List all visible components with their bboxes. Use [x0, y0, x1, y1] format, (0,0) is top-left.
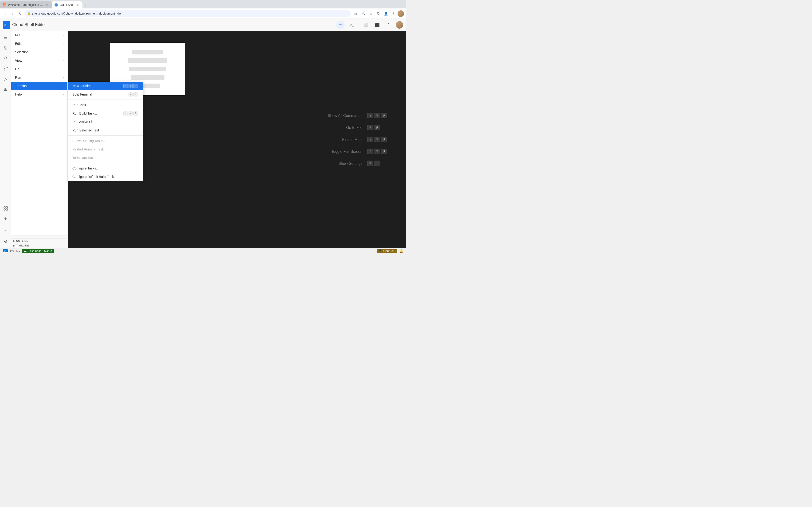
timeline-label: TIMELINE	[16, 244, 29, 247]
terminal-submenu: New Terminal ⌃ ⇧ ` Split Terminal ⌘ \	[68, 82, 143, 181]
shortcut-keys-3: ⇧ ⌘ F	[367, 137, 387, 142]
tab-close-welcome[interactable]: ×	[45, 3, 49, 7]
submenu-run-build-task[interactable]: Run Build Task... ⇧ ⌘ B	[68, 109, 143, 118]
skeleton-4	[131, 75, 164, 80]
menu-help-arrow: ›	[63, 93, 64, 96]
submenu-configure-tasks-label: Configure Tasks...	[72, 166, 138, 170]
activity-explorer[interactable]: ⎘	[1, 43, 10, 53]
submenu-new-terminal[interactable]: New Terminal ⌃ ⇧ `	[68, 82, 143, 90]
shortcut-keys-2: ⌘ P	[367, 125, 380, 130]
shortcut-row-1: Show All Commands ⇧ ⌘ P	[315, 113, 387, 118]
browser-chrome: Welcome – lab-project-id-e... × Cloud Sh…	[0, 0, 406, 19]
notification-bell[interactable]: 🔔	[399, 249, 403, 253]
status-left: ⇄ ⊗ 0 ⚠ 0 ☁ Cloud Code – Sign in	[3, 249, 54, 253]
outline-chevron: ▶	[13, 240, 15, 242]
more-icon[interactable]: ⋮	[390, 10, 397, 17]
menu-file[interactable]: File ›	[11, 31, 67, 40]
new-tab-button[interactable]: +	[83, 2, 89, 8]
split-button[interactable]: ⬛	[373, 21, 382, 29]
submenu-split-terminal-label: Split Terminal	[72, 93, 129, 96]
layout-flag-icon: 🏴	[378, 249, 382, 252]
nav-refresh-button[interactable]: ↻	[17, 10, 23, 17]
menu-go[interactable]: Go ›	[11, 65, 67, 73]
browser-tab-cloudshell[interactable]: Cloud Shell ×	[52, 1, 83, 8]
submenu-run-selected-text[interactable]: Run Selected Text	[68, 126, 143, 134]
shortcut-keys-5: ⌘ ,	[367, 161, 380, 166]
cast-icon[interactable]: ⊡	[352, 10, 359, 17]
menu-help[interactable]: Help ›	[11, 90, 67, 99]
tab-close-cloudshell[interactable]: ×	[76, 3, 80, 7]
activity-more[interactable]: …	[1, 224, 10, 234]
header-divider	[359, 21, 359, 28]
header-more-button[interactable]: ⋮	[385, 21, 393, 29]
shortcut-key-f: F	[381, 137, 387, 142]
zoom-icon[interactable]: 🔍	[360, 10, 366, 17]
menu-terminal-arrow: ›	[63, 84, 64, 88]
shortcut-label-1: Show All Commands	[315, 113, 362, 118]
shortcut-shift2: ⇧	[123, 111, 128, 115]
profile-avatar[interactable]	[398, 10, 404, 17]
submenu-run-build-task-shortcut: ⇧ ⌘ B	[123, 111, 138, 115]
shortcut-key-p2: P	[374, 125, 380, 130]
shortcut-key-cmd5: ⌘	[367, 161, 373, 166]
activity-gemini[interactable]: ✦	[1, 214, 10, 223]
menu-view[interactable]: View ›	[11, 56, 67, 65]
shortcut-ctrl: ⌃	[123, 84, 128, 88]
cloud-code-label: Cloud Code – Sign in	[28, 249, 52, 252]
tab-favicon-shell	[54, 3, 58, 7]
nav-back-button[interactable]: ‹	[2, 10, 8, 17]
toolbar-icons: ⊡ 🔍 ☆ ⧉ 👤 ⋮	[352, 10, 404, 17]
menu-go-arrow: ›	[63, 67, 64, 71]
account-icon[interactable]: 👤	[383, 10, 389, 17]
activity-settings[interactable]: ⚙	[1, 237, 10, 246]
submenu-configure-default-build-task[interactable]: Configure Default Build Task...	[68, 172, 143, 181]
submenu-run-active-file[interactable]: Run Active File	[68, 118, 143, 126]
svg-rect-5	[4, 207, 5, 208]
shortcut-label-2: Go to File	[315, 125, 362, 129]
menu-edit[interactable]: Edit ›	[11, 40, 67, 48]
tab-favicon-welcome	[3, 3, 6, 7]
nav-forward-button[interactable]: ›	[9, 10, 16, 17]
shortcut-backtick: `	[134, 84, 138, 88]
activity-menu[interactable]: ☰	[1, 33, 10, 42]
shortcut-backslash: \	[134, 93, 138, 97]
terminal-mode-button[interactable]: >_	[348, 21, 356, 29]
svg-point-2	[4, 67, 5, 68]
activity-cloud[interactable]	[1, 204, 10, 213]
outline-section[interactable]: ▶ OUTLINE	[11, 238, 67, 243]
extensions-icon[interactable]: ⧉	[375, 10, 382, 17]
shortcut-key-f2: F	[381, 149, 387, 154]
shortcut-keys-1: ⇧ ⌘ P	[367, 113, 387, 118]
submenu-configure-tasks[interactable]: Configure Tasks...	[68, 164, 143, 172]
header-avatar[interactable]	[396, 21, 403, 29]
activity-extensions[interactable]: ⊞	[1, 84, 10, 94]
submenu-split-terminal[interactable]: Split Terminal ⌘ \	[68, 90, 143, 99]
submenu-run-task[interactable]: Run Task...	[68, 101, 143, 109]
shortcut-cmd2: ⌘	[129, 111, 133, 115]
activity-run[interactable]: ▷	[1, 74, 10, 83]
shortcut-key-shift: ⇧	[367, 113, 373, 118]
bookmark-icon[interactable]: ☆	[367, 10, 374, 17]
cloud-code-button[interactable]: ☁ Cloud Code – Sign in	[22, 249, 54, 253]
browser-tab-welcome[interactable]: Welcome – lab-project-id-e... ×	[0, 1, 52, 8]
activity-search[interactable]	[1, 54, 10, 63]
activity-bar: ☰ ⎘ ▷ ⊞	[0, 31, 11, 248]
shortcut-shift: ⇧	[129, 84, 133, 88]
preview-button[interactable]: ⬜	[362, 21, 370, 29]
shortcut-cmd: ⌘	[129, 93, 133, 97]
tab-label-cloudshell: Cloud Shell	[60, 3, 74, 7]
app-logo[interactable]: ≻_ Cloud Shell Editor	[3, 21, 46, 29]
shortcut-label-5: Show Settings	[315, 161, 362, 165]
activity-source-control[interactable]	[1, 64, 10, 73]
svg-line-1	[6, 59, 7, 60]
shortcut-row-5: Show Settings ⌘ ,	[315, 161, 387, 166]
address-bar[interactable]: 🔒 shell.cloud.google.com/?show=ide&envir…	[24, 10, 351, 17]
menu-run[interactable]: Run ›	[11, 73, 67, 82]
menu-selection[interactable]: Selection ›	[11, 48, 67, 56]
edit-mode-button[interactable]: ✏	[336, 21, 345, 29]
skeleton-3	[129, 67, 166, 71]
menu-terminal[interactable]: Terminal ›	[11, 82, 67, 90]
shortcut-row-3: Find in Files ⇧ ⌘ F	[315, 137, 387, 142]
submenu-restart-running-task: Restart Running Task...	[68, 145, 143, 154]
timeline-section[interactable]: ▶ TIMELINE	[11, 243, 67, 248]
